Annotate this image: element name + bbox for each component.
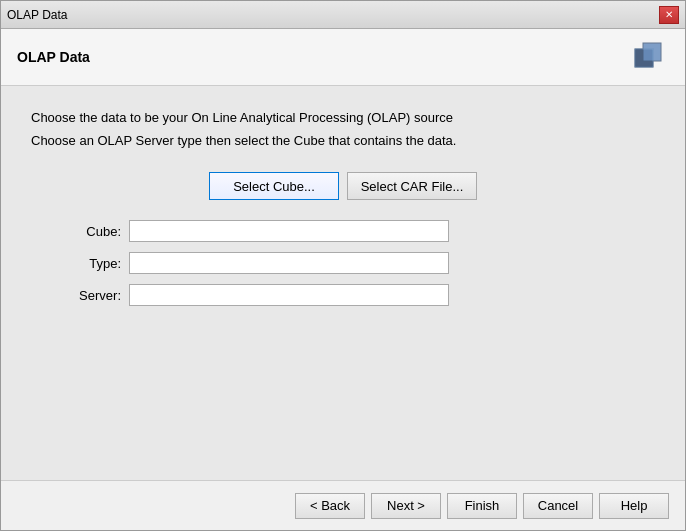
olap-icon — [633, 39, 669, 75]
description-text-2: Choose an OLAP Server type then select t… — [31, 133, 655, 148]
title-bar-left: OLAP Data — [7, 8, 67, 22]
help-button[interactable]: Help — [599, 493, 669, 519]
svg-rect-1 — [643, 43, 661, 61]
button-row: Select Cube... Select CAR File... — [31, 172, 655, 200]
finish-button[interactable]: Finish — [447, 493, 517, 519]
form-section: Cube: Type: Server: — [61, 220, 655, 306]
server-input[interactable] — [129, 284, 449, 306]
server-label: Server: — [61, 288, 121, 303]
back-button[interactable]: < Back — [295, 493, 365, 519]
close-button[interactable]: ✕ — [659, 6, 679, 24]
main-window: OLAP Data ✕ OLAP Data Choose the data to… — [0, 0, 686, 531]
type-row: Type: — [61, 252, 655, 274]
window-title: OLAP Data — [7, 8, 67, 22]
title-bar-controls: ✕ — [659, 6, 679, 24]
cancel-button[interactable]: Cancel — [523, 493, 593, 519]
cube-row: Cube: — [61, 220, 655, 242]
description-text-1: Choose the data to be your On Line Analy… — [31, 110, 655, 125]
header-panel: OLAP Data — [1, 29, 685, 86]
type-input[interactable] — [129, 252, 449, 274]
header-title: OLAP Data — [17, 49, 90, 65]
type-label: Type: — [61, 256, 121, 271]
server-row: Server: — [61, 284, 655, 306]
cube-input[interactable] — [129, 220, 449, 242]
title-bar: OLAP Data ✕ — [1, 1, 685, 29]
next-button[interactable]: Next > — [371, 493, 441, 519]
cube-label: Cube: — [61, 224, 121, 239]
content-area: Choose the data to be your On Line Analy… — [1, 86, 685, 480]
select-cube-button[interactable]: Select Cube... — [209, 172, 339, 200]
footer-panel: < Back Next > Finish Cancel Help — [1, 480, 685, 530]
select-car-file-button[interactable]: Select CAR File... — [347, 172, 477, 200]
